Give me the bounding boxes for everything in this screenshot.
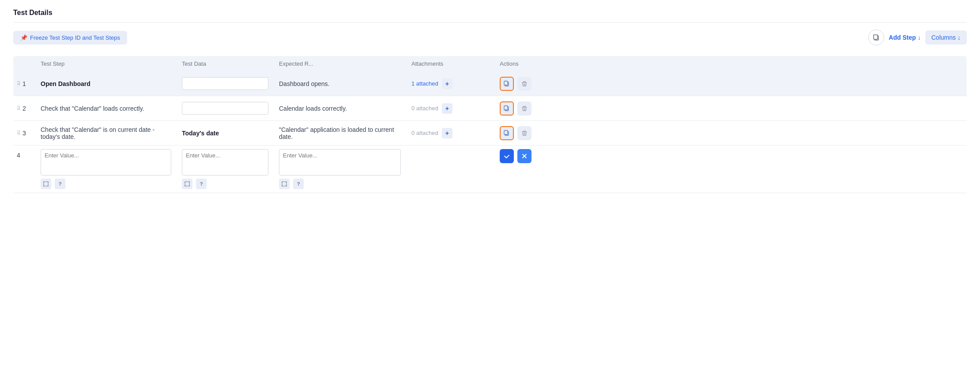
test-data-new-cell: ? <box>177 146 274 193</box>
col-header-test-data: Test Data <box>177 60 274 67</box>
expand-icon-button[interactable] <box>41 179 51 189</box>
delete-button-3[interactable] <box>517 126 531 140</box>
attachments-cell-1: 1 attached + <box>406 75 494 93</box>
test-data-input-1[interactable] <box>182 77 268 90</box>
row-number-4: 4 <box>17 152 20 159</box>
add-step-label: Add Step <box>889 34 916 41</box>
row-num-3: ⠿ 3 <box>13 130 35 137</box>
page-title: Test Details <box>13 9 967 22</box>
table-header: Test Step Test Data Expected R... Attach… <box>13 56 967 71</box>
row-number-1: 1 <box>23 80 26 87</box>
expected-result-new-input[interactable] <box>279 149 401 176</box>
copy-button-2[interactable] <box>500 101 514 116</box>
expand-icon-button-3[interactable] <box>279 179 290 189</box>
expected-result-cell-1: Dashboard opens. <box>274 77 406 91</box>
row-number-2: 2 <box>23 105 26 112</box>
col-header-test-step: Test Step <box>35 60 177 67</box>
copy-button-3[interactable] <box>500 126 514 140</box>
freeze-button[interactable]: 📌 Freeze Test Step ID and Test Steps <box>13 31 127 45</box>
svg-rect-7 <box>504 131 508 134</box>
add-attachment-button-1[interactable]: + <box>442 78 452 89</box>
page-container: Test Details 📌 Freeze Test Step ID and T… <box>0 0 980 366</box>
help-icon-button-2[interactable]: ? <box>196 179 207 189</box>
table-row: ⠿ 1 Open Dashboard Dashboard opens. 1 at… <box>13 71 967 96</box>
col-header-actions: Actions <box>494 60 547 67</box>
columns-button[interactable]: Columns ↓ <box>925 30 967 45</box>
svg-rect-3 <box>504 81 508 85</box>
freeze-label: Freeze Test Step ID and Test Steps <box>30 34 120 41</box>
drag-handle-icon[interactable]: ⠿ <box>17 81 21 87</box>
expand-icon-button-2[interactable] <box>182 179 192 189</box>
test-step-cell-3: Check that "Calendar" is on current date… <box>35 123 177 144</box>
delete-button-1[interactable] <box>517 77 531 91</box>
help-icon-button-3[interactable]: ? <box>293 179 304 189</box>
row-num-1: ⠿ 1 <box>13 80 35 87</box>
actions-cell-2 <box>494 98 547 119</box>
test-data-input-2[interactable] <box>182 102 268 115</box>
drag-handle-icon[interactable]: ⠿ <box>17 105 21 112</box>
test-data-cell-2 <box>177 98 274 118</box>
attachments-new-cell <box>406 146 494 153</box>
toolbar: 📌 Freeze Test Step ID and Test Steps Add… <box>13 30 967 45</box>
test-step-cell-1: Open Dashboard <box>35 77 177 91</box>
confirm-new-row-button[interactable] <box>500 149 514 163</box>
test-data-new-input[interactable] <box>182 149 268 176</box>
expected-result-cell-3: "Calendar" application is loaded to curr… <box>274 123 406 144</box>
help-icon-button[interactable]: ? <box>55 179 65 189</box>
test-data-cell-1 <box>177 74 274 93</box>
svg-rect-5 <box>504 106 508 110</box>
expected-result-cell-2: Calendar loads correctly. <box>274 101 406 116</box>
columns-chevron-icon: ↓ <box>957 34 961 41</box>
col-header-expected-result: Expected R... <box>274 60 406 67</box>
add-step-chevron-icon: ↓ <box>918 34 921 41</box>
test-step-new-cell: ? <box>35 146 177 193</box>
attachments-cell-2: 0 attached + <box>406 100 494 117</box>
columns-label: Columns <box>931 34 956 41</box>
col-header-num <box>13 60 35 67</box>
actions-new-cell <box>494 146 547 167</box>
test-data-cell-3: Today's date <box>177 126 274 140</box>
attachment-count-1: 1 attached <box>411 80 438 87</box>
test-step-new-input[interactable] <box>41 149 171 176</box>
table-body: ⠿ 1 Open Dashboard Dashboard opens. 1 at… <box>13 71 967 193</box>
add-attachment-button-2[interactable]: + <box>442 103 452 114</box>
delete-button-2[interactable] <box>517 101 531 116</box>
row-num-4: 4 <box>13 146 35 159</box>
col-header-attachments: Attachments <box>406 60 494 67</box>
freeze-icon: 📌 <box>20 34 27 41</box>
attachment-count-3: 0 attached <box>411 130 438 136</box>
add-attachment-button-3[interactable]: + <box>442 128 452 138</box>
row-num-2: ⠿ 2 <box>13 105 35 112</box>
table-row: ⠿ 3 Check that "Calendar" is on current … <box>13 121 967 146</box>
attachment-count-2: 0 attached <box>411 105 438 112</box>
actions-cell-1 <box>494 73 547 94</box>
duplicate-icon-button[interactable] <box>868 30 884 45</box>
drag-handle-icon[interactable]: ⠿ <box>17 130 21 136</box>
expected-result-new-cell: ? <box>274 146 406 193</box>
table-row-new: 4 ? <box>13 146 967 193</box>
cancel-new-row-button[interactable] <box>517 149 531 163</box>
copy-button-1[interactable] <box>500 77 514 91</box>
toolbar-right: Add Step ↓ Columns ↓ <box>868 30 967 45</box>
add-step-button[interactable]: Add Step ↓ <box>889 34 920 41</box>
attachments-cell-3: 0 attached + <box>406 124 494 142</box>
test-step-cell-2: Check that "Calendar" loads correctly. <box>35 101 177 116</box>
actions-cell-3 <box>494 123 547 144</box>
row-number-3: 3 <box>23 130 26 137</box>
svg-rect-1 <box>874 35 878 39</box>
table-row: ⠿ 2 Check that "Calendar" loads correctl… <box>13 96 967 121</box>
